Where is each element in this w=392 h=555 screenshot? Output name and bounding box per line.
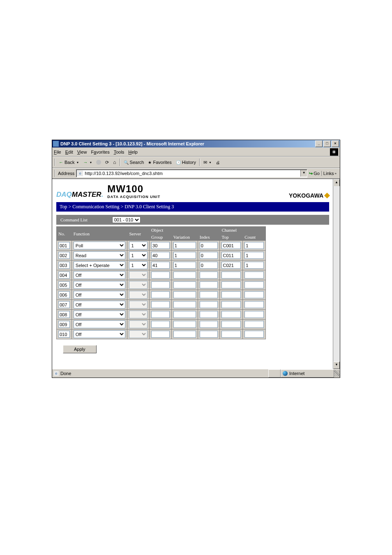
menu-file[interactable]: File <box>54 150 61 154</box>
zone-text: Internet <box>289 371 304 376</box>
close-button[interactable]: × <box>332 140 339 147</box>
group-input <box>151 281 170 288</box>
function-select[interactable]: Off <box>74 281 126 289</box>
url-dropdown[interactable]: ▼ <box>300 170 307 177</box>
history-icon <box>176 160 181 165</box>
count-input[interactable] <box>244 242 264 249</box>
status-pane-zone: Internet <box>281 369 334 378</box>
function-select[interactable]: Off <box>74 291 126 299</box>
print-icon <box>216 160 220 165</box>
command-list-bar: Command List 001 - 010 <box>56 215 329 225</box>
variation-input <box>173 331 196 338</box>
links-button[interactable]: Links» <box>321 171 338 176</box>
status-bar: e Done Internet <box>52 369 340 378</box>
cell-no <box>58 262 70 269</box>
server-select[interactable]: 1 <box>129 261 148 269</box>
count-input[interactable] <box>244 252 264 259</box>
ie-icon <box>53 141 59 147</box>
menu-tools[interactable]: Tools <box>114 150 125 154</box>
table-row: Off <box>57 329 266 339</box>
index-input[interactable] <box>200 262 218 269</box>
status-pane-main: e Done <box>52 370 268 377</box>
variation-input <box>173 272 196 279</box>
group-input[interactable] <box>151 242 170 249</box>
server-select <box>129 320 148 328</box>
scroll-down-arrow[interactable]: ▼ <box>333 362 340 369</box>
variation-input[interactable] <box>173 242 196 249</box>
count-input <box>244 272 264 279</box>
table-row: Off <box>57 310 266 320</box>
yokogawa-logo: YOKOGAWA <box>289 192 329 199</box>
globe-icon <box>283 371 288 376</box>
history-button[interactable]: History <box>174 158 198 166</box>
range-select[interactable]: 001 - 010 <box>112 216 141 223</box>
go-button[interactable]: Go <box>309 171 320 176</box>
maximize-button[interactable]: □ <box>323 140 331 147</box>
print-button[interactable] <box>214 158 221 166</box>
top-input <box>221 291 241 298</box>
top-input[interactable] <box>221 252 241 259</box>
menu-help[interactable]: Help <box>128 150 138 154</box>
function-select[interactable]: Read <box>74 251 126 259</box>
server-select <box>129 301 148 309</box>
stop-button[interactable] <box>95 158 103 166</box>
url-combo[interactable]: e http://10.0.123.92/web/com_dnc3.shtm ▼ <box>76 169 307 177</box>
variation-input <box>173 311 196 318</box>
function-select[interactable]: Off <box>74 311 126 318</box>
content-area: ▲ ▼ DAQMASTER. MW100 DATA ACQUISITION UN… <box>52 179 340 369</box>
index-input[interactable] <box>200 252 218 259</box>
table-row: Off <box>57 300 266 310</box>
function-select[interactable]: Poll <box>74 242 126 249</box>
scroll-track[interactable] <box>333 186 340 362</box>
scroll-up-arrow[interactable]: ▲ <box>333 179 340 187</box>
command-list-label: Command List <box>60 217 88 222</box>
th-group: Group <box>150 234 172 241</box>
refresh-button[interactable] <box>104 158 111 166</box>
group-input <box>151 331 170 338</box>
top-input[interactable] <box>221 242 241 249</box>
table-row: Off <box>57 320 266 329</box>
group-input <box>151 321 170 328</box>
index-input <box>200 331 218 338</box>
function-select[interactable]: Off <box>74 330 126 338</box>
back-button[interactable]: Back▼ <box>57 158 81 166</box>
group-input[interactable] <box>151 262 170 269</box>
titlebar: DNP 3.0 Client Setting 3 - [10.0.123.92]… <box>52 140 340 147</box>
address-bar: Address e http://10.0.123.92/web/com_dnc… <box>52 168 340 179</box>
group-input <box>151 291 170 298</box>
resize-grip[interactable] <box>334 370 340 377</box>
apply-button[interactable]: Apply <box>63 345 97 353</box>
th-variation: Variation <box>171 234 198 241</box>
menu-edit[interactable]: Edit <box>65 150 73 154</box>
group-input[interactable] <box>151 252 170 259</box>
index-input <box>200 311 218 318</box>
favorites-button[interactable]: Favorites <box>146 158 173 166</box>
daqmaster-logo: DAQMASTER. <box>56 191 103 199</box>
th-server: Server <box>127 227 150 241</box>
count-input[interactable] <box>244 262 264 269</box>
cell-no <box>58 321 70 328</box>
table-row: Off <box>57 280 266 290</box>
top-input[interactable] <box>221 262 241 269</box>
server-select[interactable]: 1 <box>129 251 148 259</box>
variation-input[interactable] <box>173 252 196 259</box>
vertical-scrollbar[interactable]: ▲ ▼ <box>333 179 340 369</box>
function-select[interactable]: Select + Operate <box>74 261 126 269</box>
table-row: Read1 <box>57 251 266 260</box>
index-input[interactable] <box>200 242 218 249</box>
search-button[interactable]: Search <box>122 158 146 166</box>
mail-button[interactable]: ▼ <box>202 158 213 166</box>
throbber-icon: ▦ <box>330 148 338 156</box>
function-select[interactable]: Off <box>74 271 126 279</box>
menu-view[interactable]: View <box>77 150 87 154</box>
menu-favorites[interactable]: Favorites <box>91 150 109 154</box>
minimize-button[interactable]: _ <box>315 140 323 147</box>
server-select[interactable]: 1 <box>129 242 148 249</box>
forward-button[interactable]: ▼ <box>81 158 94 166</box>
variation-input[interactable] <box>173 262 196 269</box>
function-select[interactable]: Off <box>74 301 126 309</box>
home-button[interactable] <box>111 158 118 166</box>
back-icon <box>59 160 63 165</box>
function-select[interactable]: Off <box>74 320 126 328</box>
index-input <box>200 272 218 279</box>
